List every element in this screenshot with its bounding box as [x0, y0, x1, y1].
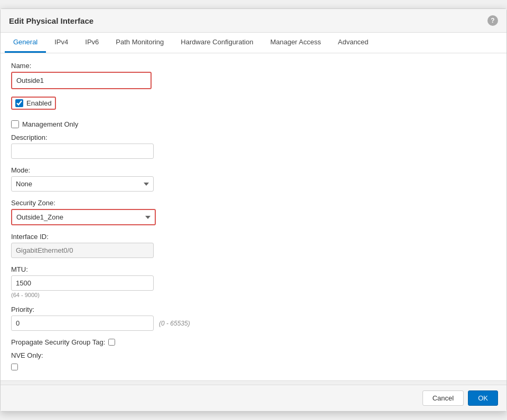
security-zone-label: Security Zone: — [11, 199, 496, 207]
tab-general[interactable]: General — [5, 33, 46, 53]
description-label: Description: — [11, 133, 496, 141]
nve-group: NVE Only: — [11, 351, 496, 372]
priority-input[interactable] — [11, 316, 154, 331]
name-input[interactable] — [13, 74, 149, 87]
help-icon[interactable]: ? — [487, 15, 498, 26]
tab-bar: General IPv4 IPv6 Path Monitoring Hardwa… — [1, 33, 506, 53]
nve-label: NVE Only: — [11, 351, 496, 359]
dialog-header: Edit Physical Interface ? — [1, 9, 506, 33]
priority-label: Priority: — [11, 306, 496, 313]
cancel-button[interactable]: Cancel — [422, 390, 464, 406]
scrollbar[interactable] — [1, 380, 506, 385]
ok-button[interactable]: OK — [468, 390, 498, 406]
management-only-group: Management Only — [11, 120, 496, 128]
propagate-checkbox[interactable] — [108, 339, 115, 346]
interface-id-group: Interface ID: — [11, 233, 496, 258]
security-zone-group: Security Zone: Outside1_Zone None — [11, 199, 496, 225]
mode-label: Mode: — [11, 166, 496, 174]
interface-id-label: Interface ID: — [11, 233, 496, 241]
tab-ipv6[interactable]: IPv6 — [77, 33, 107, 53]
enabled-group: Enabled — [11, 97, 496, 115]
enabled-wrapper: Enabled — [11, 97, 56, 110]
tab-manager-access[interactable]: Manager Access — [262, 33, 330, 53]
edit-physical-interface-dialog: Edit Physical Interface ? General IPv4 I… — [0, 8, 507, 412]
security-zone-select[interactable]: Outside1_Zone None — [12, 210, 155, 224]
security-zone-wrapper: Outside1_Zone None — [11, 209, 156, 225]
mtu-label: MTU: — [11, 265, 496, 273]
description-group: Description: — [11, 133, 496, 159]
description-input[interactable] — [11, 144, 154, 159]
mtu-row — [11, 275, 496, 291]
nve-checkbox[interactable] — [11, 364, 18, 370]
tab-path-monitoring[interactable]: Path Monitoring — [107, 33, 172, 53]
enabled-label: Enabled — [26, 99, 52, 107]
propagate-label: Propagate Security Group Tag: — [11, 338, 105, 346]
tab-hardware-configuration[interactable]: Hardware Configuration — [172, 33, 261, 53]
name-input-wrapper — [11, 72, 152, 89]
propagate-group: Propagate Security Group Tag: — [11, 338, 496, 346]
mtu-hint: (64 - 9000) — [11, 292, 496, 298]
priority-group: Priority: (0 - 65535) — [11, 306, 496, 331]
management-only-checkbox[interactable] — [11, 120, 19, 128]
priority-hint: (0 - 65535) — [159, 320, 190, 327]
interface-id-input — [11, 243, 154, 258]
mode-group: Mode: None Passive Inline Tap — [11, 166, 496, 192]
dialog-footer: Cancel OK — [1, 385, 506, 411]
tab-advanced[interactable]: Advanced — [330, 33, 377, 53]
management-only-label: Management Only — [22, 120, 78, 128]
mtu-input[interactable] — [11, 275, 154, 291]
dialog-title: Edit Physical Interface — [9, 16, 93, 25]
tab-ipv4[interactable]: IPv4 — [46, 33, 77, 53]
mtu-group: MTU: (64 - 9000) — [11, 265, 496, 298]
mode-select[interactable]: None Passive Inline Tap — [11, 176, 154, 192]
name-group: Name: — [11, 62, 496, 89]
dialog-body: Name: Enabled Management Only Descriptio… — [1, 53, 506, 380]
enabled-checkbox[interactable] — [15, 99, 23, 107]
name-label: Name: — [11, 62, 496, 70]
priority-row: (0 - 65535) — [11, 316, 496, 331]
